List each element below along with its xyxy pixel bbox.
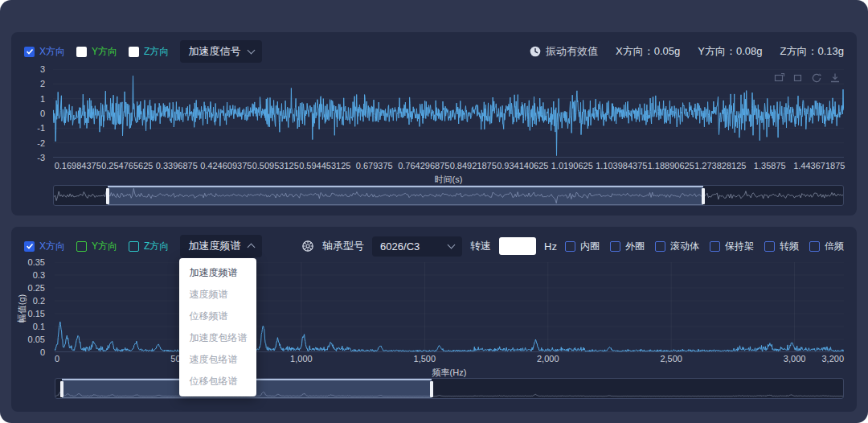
menu-option[interactable]: 加速度频谱 bbox=[179, 262, 256, 284]
freq-datazoom-slider[interactable] bbox=[55, 378, 844, 399]
axis-checkbox-z[interactable]: Z方向 bbox=[129, 45, 169, 59]
spectrum-type-menu: 加速度频谱速度频谱位移频谱加速度包络谱速度包络谱位移包络谱 bbox=[179, 258, 256, 396]
rms-values: X方向：0.05gY方向：0.08gZ方向：0.13g bbox=[616, 44, 844, 59]
x-tick-label: 0.16984375 bbox=[55, 161, 101, 170]
checkbox-box[interactable] bbox=[24, 47, 35, 57]
checkbox-box[interactable] bbox=[129, 241, 139, 252]
y-tick-label: 0.1 bbox=[33, 322, 45, 331]
top-panel-header: X方向Y方向Z方向 加速度信号 振动有效值 X方向：0.05gY方向：0.08g… bbox=[24, 40, 844, 63]
x-tick-label: 0.84921875 bbox=[450, 161, 497, 170]
fault-checkbox-保持架[interactable]: 保持架 bbox=[710, 240, 754, 253]
checkbox-label: Y方向 bbox=[92, 240, 117, 253]
checkbox-box[interactable] bbox=[129, 47, 139, 57]
axis-checkbox-x[interactable]: X方向 bbox=[24, 45, 65, 59]
time-waveform-panel: X方向Y方向Z方向 加速度信号 振动有效值 X方向：0.05gY方向：0.08g… bbox=[11, 32, 857, 216]
spectrum-y-axis: 0.350.30.250.20.150.10.050 bbox=[18, 262, 50, 352]
speed-unit-label: Hz bbox=[544, 240, 557, 253]
checkbox-box[interactable] bbox=[710, 241, 720, 252]
datazoom-window[interactable] bbox=[108, 186, 703, 205]
axis-checkbox-x[interactable]: X方向 bbox=[24, 240, 65, 253]
checkbox-label: 滚动体 bbox=[670, 240, 699, 253]
menu-option[interactable]: 加速度包络谱 bbox=[179, 327, 256, 349]
restore-icon[interactable] bbox=[811, 72, 822, 84]
checkbox-label: 转频 bbox=[780, 240, 799, 253]
datazoom-handle-left[interactable] bbox=[106, 188, 109, 204]
check-icon bbox=[26, 47, 34, 55]
checkbox-box[interactable] bbox=[76, 47, 87, 57]
spectrum-x-axis: 05001,0001,5002,0002,5003,0003,200 bbox=[55, 354, 844, 365]
box-zoom-icon[interactable] bbox=[774, 72, 785, 84]
y-tick-label: 0.25 bbox=[28, 283, 45, 293]
checkbox-label: Y方向 bbox=[92, 45, 117, 59]
datazoom-handle-right[interactable] bbox=[430, 381, 433, 397]
speed-input[interactable] bbox=[499, 237, 536, 255]
x-tick-label: 1.273828125 bbox=[694, 161, 746, 170]
spectrum-axis-title: 频率(Hz) bbox=[55, 367, 844, 379]
menu-option[interactable]: 位移包络谱 bbox=[179, 371, 256, 392]
y-tick-label: 0.05 bbox=[28, 335, 45, 344]
checkbox-box[interactable] bbox=[655, 241, 665, 252]
x-tick-label: 1.103984375 bbox=[596, 161, 647, 170]
checkbox-box[interactable] bbox=[809, 241, 820, 252]
rms-axis-value: 0.13g bbox=[817, 45, 844, 57]
checkbox-label: 倍频 bbox=[825, 240, 844, 253]
x-tick-label: 0 bbox=[55, 354, 59, 363]
y-tick-label: 0.2 bbox=[33, 296, 45, 306]
x-tick-label: 2,000 bbox=[537, 354, 559, 363]
x-tick-label: 0.594453125 bbox=[299, 161, 350, 170]
menu-option[interactable]: 速度包络谱 bbox=[179, 349, 256, 371]
fault-checkbox-滚动体[interactable]: 滚动体 bbox=[655, 240, 699, 253]
time-waveform-chart[interactable] bbox=[53, 69, 844, 158]
bearing-model-select[interactable]: 6026/C3 bbox=[372, 236, 462, 257]
rms-axis-value: 0.05g bbox=[654, 45, 681, 57]
rms-title-label: 振动有效值 bbox=[546, 44, 598, 59]
fault-checkbox-内圈[interactable]: 内圈 bbox=[565, 240, 600, 253]
checkbox-box[interactable] bbox=[76, 241, 87, 252]
axis-checkbox-group: X方向Y方向Z方向 bbox=[24, 45, 169, 59]
download-icon[interactable] bbox=[829, 72, 841, 84]
checkbox-box[interactable] bbox=[610, 241, 620, 252]
menu-option[interactable]: 速度频谱 bbox=[179, 284, 256, 306]
checkbox-box[interactable] bbox=[565, 241, 575, 252]
y-tick-label: 0 bbox=[40, 109, 45, 118]
time-axis-title: 时间(s) bbox=[53, 174, 844, 186]
time-chart-x-axis: 0.169843750.2547656250.33968750.42460937… bbox=[53, 161, 844, 172]
checkbox-label: Z方向 bbox=[144, 240, 169, 253]
fault-checkbox-外圈[interactable]: 外圈 bbox=[610, 240, 645, 253]
chevron-down-icon bbox=[448, 240, 456, 248]
y-tick-label: 3 bbox=[40, 64, 45, 74]
x-tick-label: 1,000 bbox=[290, 354, 313, 363]
spectrum-type-select[interactable]: 加速度频谱 加速度频谱速度频谱位移频谱加速度包络谱速度包络谱位移包络谱 bbox=[180, 235, 262, 257]
x-tick-label: 1.0190625 bbox=[551, 161, 593, 170]
frequency-spectrum-chart[interactable] bbox=[55, 262, 844, 352]
zoom-restore-icon[interactable] bbox=[792, 72, 804, 84]
signal-type-select[interactable]: 加速度信号 bbox=[180, 40, 262, 63]
chevron-down-icon bbox=[248, 46, 256, 54]
x-tick-label: 0.679375 bbox=[356, 161, 393, 170]
clock-icon bbox=[530, 46, 541, 57]
x-tick-label: 3,200 bbox=[821, 354, 844, 363]
fault-checkbox-倍频[interactable]: 倍频 bbox=[809, 240, 844, 253]
chart-toolbox bbox=[774, 72, 841, 84]
datazoom-handle-right[interactable] bbox=[702, 188, 705, 204]
spectrum-type-select-label: 加速度频谱 bbox=[188, 239, 240, 253]
bearing-icon bbox=[301, 240, 314, 253]
x-tick-label: 2,500 bbox=[660, 354, 682, 363]
bottom-panel-header: X方向Y方向Z方向 加速度频谱 加速度频谱速度频谱位移频谱加速度包络谱速度包络谱… bbox=[24, 235, 844, 257]
frequency-spectrum-panel: X方向Y方向Z方向 加速度频谱 加速度频谱速度频谱位移频谱加速度包络谱速度包络谱… bbox=[11, 227, 857, 412]
time-datazoom-slider[interactable] bbox=[53, 185, 844, 206]
fault-checkbox-转频[interactable]: 转频 bbox=[764, 240, 799, 253]
axis-checkbox-group: X方向Y方向Z方向 bbox=[24, 240, 169, 253]
axis-checkbox-y[interactable]: Y方向 bbox=[76, 45, 117, 59]
rms-axis-label: Z方向： bbox=[780, 45, 818, 57]
datazoom-handle-left[interactable] bbox=[60, 381, 63, 397]
x-tick-label: 3,000 bbox=[784, 354, 806, 363]
menu-option[interactable]: 位移频谱 bbox=[179, 306, 256, 327]
checkbox-label: 外圈 bbox=[625, 240, 645, 253]
axis-checkbox-z[interactable]: Z方向 bbox=[129, 240, 169, 253]
checkbox-box[interactable] bbox=[24, 241, 35, 252]
checkbox-box[interactable] bbox=[764, 241, 775, 252]
axis-checkbox-y[interactable]: Y方向 bbox=[76, 240, 117, 253]
rms-title: 振动有效值 bbox=[530, 44, 598, 59]
speed-label: 转速 bbox=[470, 239, 491, 253]
